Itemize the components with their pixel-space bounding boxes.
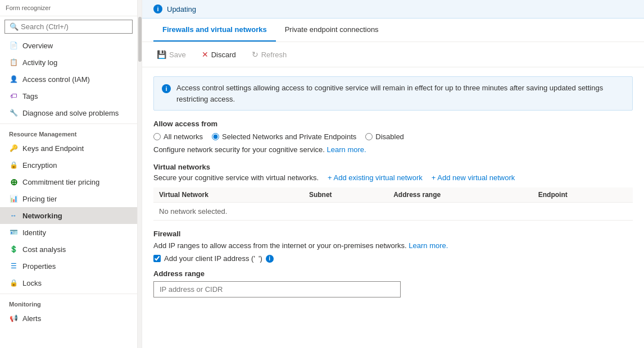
sidebar-item-commitment[interactable]: ⊕ Commitment tier pricing (0, 173, 137, 190)
sidebar-item-identity[interactable]: 🪪 Identity (0, 224, 137, 241)
sidebar-item-overview[interactable]: 📄 Overview (0, 37, 137, 54)
sidebar-item-label: Alerts (22, 314, 41, 323)
info-circle-icon: i (162, 84, 171, 93)
address-range-section: Address range (153, 269, 633, 297)
radio-all-networks-label: All networks (164, 132, 203, 141)
sidebar-item-label: Properties (22, 262, 56, 271)
save-button[interactable]: 💾 Save (153, 48, 189, 61)
vn-col-network: Virtual Network (153, 187, 303, 203)
refresh-button[interactable]: ↻ Refresh (248, 48, 291, 61)
sidebar-item-label: Overview (22, 42, 53, 50)
virtual-networks-section: Virtual networks Secure your cognitive s… (153, 163, 633, 221)
address-range-label: Address range (153, 269, 633, 278)
tab-private-endpoints[interactable]: Private endpoint connections (276, 19, 388, 42)
client-ip-value: ') (258, 254, 262, 263)
sidebar-item-encryption[interactable]: 🔒 Encryption (0, 157, 137, 173)
sidebar-item-label: Identity (22, 228, 46, 237)
vn-col-endpoint: Endpoint (533, 187, 633, 203)
client-ip-checkbox[interactable] (153, 255, 161, 262)
search-container[interactable]: 🔍 (4, 20, 133, 34)
sidebar-item-keys[interactable]: 🔑 Keys and Endpoint (0, 140, 137, 157)
address-range-input[interactable] (153, 281, 401, 297)
sidebar-item-label: Cost analysis (22, 245, 66, 254)
firewall-description: Add IP ranges to allow access from the i… (153, 241, 633, 250)
vn-title: Virtual networks (153, 163, 633, 171)
client-ip-info-icon: i (266, 255, 274, 263)
configure-text: Configure network security for your cogn… (153, 145, 633, 154)
search-input[interactable] (21, 22, 128, 31)
vn-subtitle-text: Secure your cognitive service with virtu… (153, 173, 319, 182)
info-box-icon: i (162, 83, 171, 93)
networking-icon: ↔ (9, 211, 18, 220)
sidebar-item-label: Networking (22, 212, 62, 220)
updating-text: Updating (167, 5, 196, 13)
keys-icon: 🔑 (9, 144, 18, 153)
tab-firewalls[interactable]: Firewalls and virtual networks (153, 19, 276, 42)
overview-icon: 📄 (9, 41, 18, 50)
firewall-learn-more-link[interactable]: Learn more. (409, 241, 448, 250)
radio-selected-networks-label: Selected Networks and Private Endpoints (222, 132, 356, 141)
diagnose-icon: 🔧 (9, 108, 18, 117)
info-box: i Access control settings allowing acces… (153, 76, 633, 111)
sidebar-item-label: Diagnose and solve problems (22, 109, 119, 117)
info-icon: i (153, 4, 162, 13)
sidebar-item-cost[interactable]: 💲 Cost analysis (0, 241, 137, 258)
sidebar-item-diagnose[interactable]: 🔧 Diagnose and solve problems (0, 104, 137, 121)
radio-disabled-input[interactable] (365, 133, 373, 140)
sidebar-item-activity-log[interactable]: 📋 Activity log (0, 54, 137, 71)
table-row-empty: No network selected. (153, 203, 633, 221)
content-area: Firewalls and virtual networks Private e… (142, 19, 644, 348)
info-box-text: Access control settings allowing access … (176, 83, 624, 104)
main-content: i Updating Firewalls and virtual network… (142, 0, 644, 348)
sidebar-item-label: Encryption (22, 161, 57, 170)
pricing-icon: 📊 (9, 194, 18, 203)
add-new-vn-link[interactable]: + Add new virtual network (432, 173, 515, 182)
allow-access-section: Allow access from All networks Selected … (153, 120, 633, 154)
search-icon: 🔍 (10, 22, 19, 31)
learn-more-link[interactable]: Learn more. (327, 145, 366, 154)
updating-banner: i Updating (142, 0, 644, 19)
resource-management-section: Resource Management (0, 123, 137, 140)
vn-table: Virtual Network Subnet Address range End… (153, 187, 633, 221)
sidebar-item-label: Locks (22, 279, 42, 287)
tags-icon: 🏷 (9, 91, 18, 100)
sidebar-item-tags[interactable]: 🏷 Tags (0, 88, 137, 104)
commitment-icon: ⊕ (9, 177, 18, 186)
sidebar-item-properties[interactable]: ☰ Properties (0, 258, 137, 274)
radio-disabled[interactable]: Disabled (365, 132, 404, 141)
firewall-title: Firewall (153, 230, 633, 238)
activity-log-icon: 📋 (9, 58, 18, 67)
sidebar-item-pricing[interactable]: 📊 Pricing tier (0, 190, 137, 207)
sidebar: Form recognizer 🔍 📄 Overview 📋 Activity … (0, 0, 138, 348)
sidebar-item-alerts[interactable]: 📢 Alerts (0, 310, 137, 327)
discard-icon: ✕ (202, 50, 208, 59)
radio-selected-networks[interactable]: Selected Networks and Private Endpoints (212, 132, 356, 141)
add-existing-vn-link[interactable]: + Add existing virtual network (328, 173, 423, 182)
access-control-icon: 👤 (9, 75, 18, 84)
radio-disabled-label: Disabled (375, 132, 404, 141)
sidebar-item-access-control[interactable]: 👤 Access control (IAM) (0, 71, 137, 88)
radio-selected-networks-input[interactable] (212, 133, 219, 140)
properties-icon: ☰ (9, 262, 18, 271)
sidebar-item-locks[interactable]: 🔒 Locks (0, 274, 137, 291)
radio-all-networks-input[interactable] (153, 133, 161, 140)
encryption-icon: 🔒 (9, 161, 18, 170)
radio-group: All networks Selected Networks and Priva… (153, 132, 633, 141)
alerts-icon: 📢 (9, 314, 18, 323)
save-icon: 💾 (157, 50, 166, 59)
sidebar-item-label: Activity log (22, 58, 57, 67)
identity-icon: 🪪 (9, 228, 18, 237)
tabs-container: Firewalls and virtual networks Private e… (142, 19, 644, 42)
client-ip-label: Add your client IP address (' (164, 254, 255, 263)
client-ip-checkbox-row: Add your client IP address (' ') i (153, 254, 633, 263)
sidebar-nav: 📄 Overview 📋 Activity log 👤 Access contr… (0, 37, 137, 348)
monitoring-section: Monitoring (0, 294, 137, 310)
radio-all-networks[interactable]: All networks (153, 132, 203, 141)
sidebar-item-networking[interactable]: ↔ Networking (0, 207, 137, 224)
discard-button[interactable]: ✕ Discard (198, 48, 239, 61)
refresh-label: Refresh (261, 51, 287, 59)
sidebar-item-label: Tags (22, 92, 38, 100)
firewall-section: Firewall Add IP ranges to allow access f… (153, 230, 633, 263)
save-label: Save (169, 51, 186, 59)
toolbar: 💾 Save ✕ Discard ↻ Refresh (142, 42, 644, 67)
